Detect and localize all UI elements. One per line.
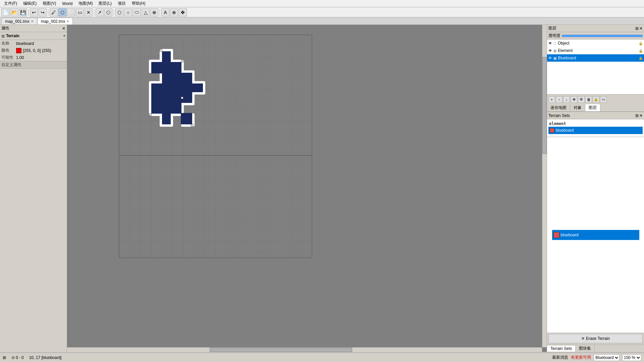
properties-title: 属性	[1, 25, 9, 31]
expand-icon[interactable]: ⊞	[635, 26, 639, 31]
terrain-preview-area: blueboard	[547, 137, 644, 333]
properties-close[interactable]: ✕	[62, 26, 65, 31]
opacity-value[interactable]: 1.00	[16, 55, 24, 60]
status-info: ⊙ 0 · 0	[11, 355, 24, 360]
right-panel: 图层 ⊞ ✕ 透明度 👁 ⬡ Object 🔒	[547, 25, 644, 352]
menu-layer[interactable]: 图层(L)	[96, 0, 114, 7]
properties-header: 属性 ✕	[0, 25, 67, 32]
group-layer-button[interactable]: ▭	[600, 96, 607, 103]
terrain-sets-bottom-tab[interactable]: Terrain Sets	[547, 346, 576, 352]
lock-icon-object[interactable]: 🔒	[639, 42, 643, 45]
map-canvas[interactable]	[67, 25, 547, 352]
magicwand-tool[interactable]: ⬠	[104, 8, 112, 16]
tab-map001[interactable]: map_001.tmx ✕	[1, 18, 37, 24]
terrain-tool[interactable]: ⬡	[58, 8, 66, 16]
layer-item-object[interactable]: 👁 ⬡ Object 🔒	[547, 40, 644, 47]
selection-handle-tl[interactable]	[160, 49, 162, 51]
name-label: 名称	[1, 41, 15, 46]
selection-handle-br[interactable]	[191, 124, 193, 126]
custom-props-header: 自定义属性	[0, 61, 67, 69]
eye-icon-element[interactable]: 👁	[548, 49, 552, 53]
stamp-tool[interactable]: 🖊	[50, 8, 58, 16]
zoom-select[interactable]: 50 %75 %100 %125 %150 %200 %300 %	[622, 354, 641, 361]
terrain-item-blueboard[interactable]: blueboard	[548, 127, 643, 134]
menu-view[interactable]: 视图(V)	[40, 0, 59, 7]
selection-handle-bl[interactable]	[149, 114, 151, 116]
add-prop-icon[interactable]: +	[63, 34, 65, 38]
zoom-tool[interactable]: ⊕	[170, 8, 178, 16]
lock-icon-blueboard[interactable]: 🔒	[639, 56, 643, 60]
grid-toggle-icon[interactable]: ⊞	[3, 355, 6, 360]
opacity-fill	[562, 35, 642, 37]
menu-help[interactable]: 帮助(H)	[129, 0, 148, 7]
duplicate-layer-button[interactable]: ⊕	[571, 96, 577, 103]
object-rect[interactable]: ⬡	[115, 8, 123, 16]
layers-tab[interactable]: 图层	[585, 104, 600, 111]
canvas-area[interactable]	[67, 25, 547, 352]
object-tile[interactable]: ⬭	[133, 8, 141, 16]
objects-tab[interactable]: 对象	[570, 104, 585, 111]
layer-settings-button[interactable]: ⚙	[578, 96, 585, 103]
menu-file[interactable]: 文件(F)	[1, 0, 20, 7]
move-down-button[interactable]: ↓	[563, 96, 570, 103]
opacity-slider[interactable]	[562, 35, 643, 37]
preview-label: blueboard	[561, 233, 579, 237]
tab-map002[interactable]: map_002.tmx ✕	[37, 18, 73, 24]
expand-terrain-icon[interactable]: ⊞	[635, 113, 639, 118]
text-tool[interactable]: A	[161, 8, 169, 16]
close-tab-map001[interactable]: ✕	[31, 19, 34, 23]
vscrollbar[interactable]	[542, 25, 547, 347]
delete-layer-button[interactable]: 🗑	[585, 96, 592, 103]
menu-edit[interactable]: 编辑(E)	[20, 0, 39, 7]
sep3	[94, 9, 94, 16]
erase-terrain-button[interactable]: ✕ Erase Terrain	[548, 334, 643, 343]
redo-button[interactable]: ↪	[39, 8, 47, 16]
color-swatch[interactable]	[16, 48, 21, 53]
mini-map-tab[interactable]: 迷你地图	[547, 104, 570, 111]
save-button[interactable]: 💾	[19, 8, 27, 16]
hscrollbar[interactable]	[67, 347, 542, 352]
map-tabs: 迷你地图 对象 图层	[547, 104, 644, 112]
pan-tool[interactable]: ✤	[179, 8, 187, 16]
selection-handle-tr[interactable]	[181, 60, 183, 62]
layer-select[interactable]: Blueboard	[594, 354, 620, 361]
update-label[interactable]: 有更新可用	[571, 355, 591, 360]
select-tool[interactable]: ↗	[96, 8, 104, 16]
menu-map[interactable]: 地图(M)	[76, 0, 95, 7]
lock-icon-element[interactable]: 🔒	[639, 49, 643, 53]
eye-icon-blueboard[interactable]: 👁	[548, 56, 552, 60]
menu-world[interactable]: World	[59, 1, 75, 7]
terrain-group-element: element blueboard	[548, 121, 643, 134]
layer-terrain-label: Terrain	[6, 34, 19, 38]
open-button[interactable]: 📂	[10, 8, 18, 16]
eye-icon-object[interactable]: 👁	[548, 41, 552, 45]
vscrollbar-thumb[interactable]	[542, 57, 547, 154]
hscrollbar-thumb[interactable]	[210, 348, 352, 352]
eraser-tool[interactable]: ✕	[85, 8, 93, 16]
rect-tool[interactable]: ▭	[76, 8, 84, 16]
layer-item-element[interactable]: 👁 ▦ Element 🔒	[547, 47, 644, 54]
terrain-sets-list: element blueboard	[547, 119, 644, 137]
object-point[interactable]: ⊕	[150, 8, 158, 16]
terrain-sets-title: Terrain Sets	[548, 113, 570, 118]
layer-type-blueboard: ▦	[553, 56, 556, 60]
object-polygon[interactable]: △	[142, 8, 150, 16]
selection-handle-m1[interactable]	[181, 97, 183, 99]
lock-layer-button[interactable]: 🔒	[593, 96, 599, 103]
layer-name-element: Element	[558, 48, 573, 53]
close-tab-map002[interactable]: ✕	[66, 19, 69, 23]
terrain-preview-item[interactable]: blueboard	[552, 230, 639, 240]
fill-tool[interactable]: ⬜	[67, 8, 75, 16]
menu-project[interactable]: 项目	[115, 0, 128, 7]
name-value[interactable]: blueboard	[16, 41, 34, 46]
add-layer-button[interactable]: +	[548, 96, 555, 103]
object-ellipse[interactable]: ○	[124, 8, 132, 16]
new-button[interactable]: 📄	[1, 8, 9, 16]
close-layers-icon[interactable]: ✕	[639, 26, 643, 31]
layer-item-blueboard[interactable]: 👁 ▦ Blueboard 🔒	[547, 54, 644, 62]
close-terrain-icon[interactable]: ✕	[639, 113, 643, 118]
opacity-row: 透明度	[547, 32, 644, 40]
tileset-bottom-tab[interactable]: 图块集	[576, 345, 595, 352]
undo-button[interactable]: ↩	[30, 8, 38, 16]
move-up-button[interactable]: ↑	[556, 96, 562, 103]
